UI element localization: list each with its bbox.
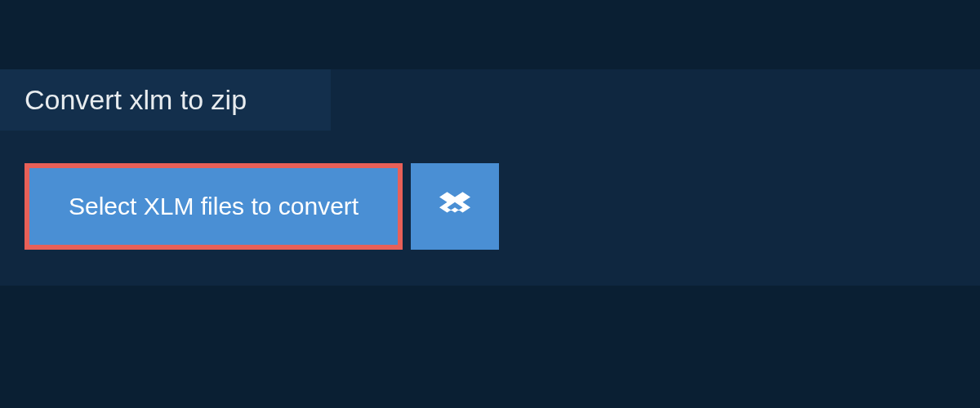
page-title: Convert xlm to zip	[24, 84, 247, 116]
top-strip	[0, 0, 980, 69]
bottom-strip	[0, 286, 980, 408]
select-files-button[interactable]: Select XLM files to convert	[24, 163, 403, 250]
select-files-label: Select XLM files to convert	[69, 193, 359, 220]
dropbox-icon	[439, 189, 470, 224]
dropbox-button[interactable]	[411, 163, 499, 250]
title-tab: Convert xlm to zip	[0, 69, 331, 131]
action-panel: Select XLM files to convert	[24, 163, 499, 250]
